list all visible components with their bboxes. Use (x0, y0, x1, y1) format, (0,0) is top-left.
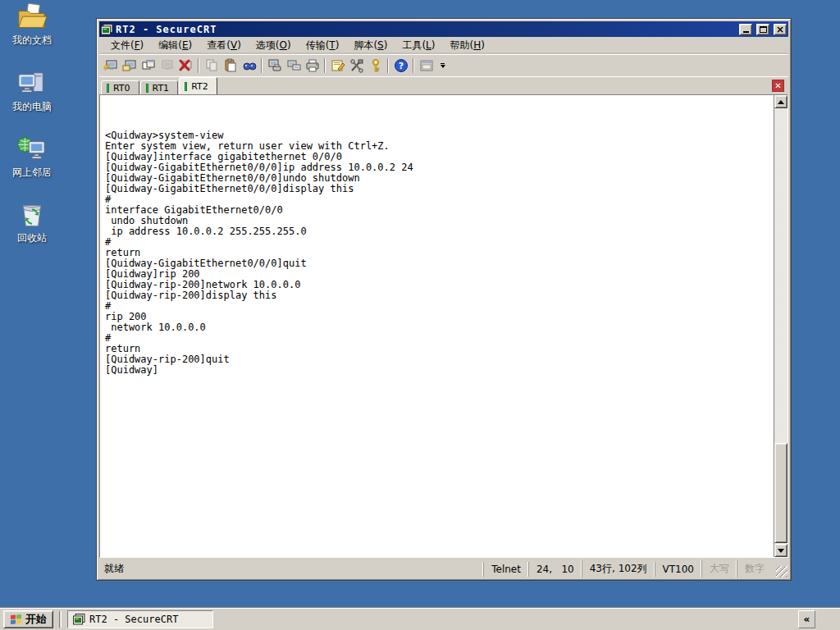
maximize-button[interactable] (756, 24, 769, 35)
taskbar-separator (59, 611, 62, 628)
arrow-down-icon (778, 549, 784, 553)
terminal-output[interactable]: <Quidway>system-viewEnter system view, r… (100, 95, 774, 557)
quick-connect-icon[interactable] (101, 57, 120, 75)
vertical-scrollbar[interactable] (774, 95, 788, 557)
tab-close-button[interactable]: ✕ (772, 80, 784, 92)
paste-icon[interactable] (221, 57, 240, 75)
connect-in-tab-icon[interactable] (139, 57, 158, 75)
start-button[interactable]: 开始 (3, 610, 53, 628)
toolbar-separator (198, 58, 199, 73)
taskbar: 开始 RT2 - SecureCRT « (0, 608, 840, 630)
scrollbar-thumb[interactable] (774, 443, 788, 543)
session-options-icon[interactable] (328, 57, 347, 75)
session-tab[interactable]: RT0 (101, 80, 139, 94)
menu-item[interactable]: 帮助(H) (442, 37, 491, 54)
tab-label: RT2 (191, 81, 208, 92)
session-tab[interactable]: RT1 (140, 80, 179, 94)
chevron-left-icon: « (804, 614, 810, 625)
toolbar-separator (324, 58, 326, 73)
toolbar-overflow-button[interactable] (437, 57, 448, 75)
terminal-line: [Quidway-rip-200]quit (105, 354, 774, 365)
arrow-up-icon (778, 100, 784, 104)
svg-text:?: ? (398, 61, 403, 71)
terminal-line: [Quidway-GigabitEthernet0/0/0]quit (105, 258, 774, 269)
copy-icon[interactable] (202, 57, 221, 75)
terminal-line: [Quidway-GigabitEthernet0/0/0]display th… (105, 184, 774, 194)
find-icon[interactable] (240, 57, 258, 75)
print-setup-icon[interactable] (265, 57, 284, 75)
close-button[interactable]: × (774, 24, 787, 35)
minimize-button[interactable] (739, 24, 752, 35)
terminal-line: [Quidway] (105, 365, 774, 376)
recycle-bin-icon (16, 201, 48, 229)
tab-label: RT1 (153, 83, 170, 94)
toolbar-separator (261, 58, 262, 73)
toolbar-overflow-icon (441, 63, 445, 64)
maximize-icon (760, 26, 767, 33)
resize-grip[interactable] (776, 566, 788, 578)
menu-item[interactable]: 工具(L) (395, 37, 442, 54)
status-panel: Telnet (483, 562, 528, 577)
terminal-line: # (105, 237, 774, 248)
menu-item[interactable]: 文件(F) (103, 37, 151, 54)
scroll-down-button[interactable] (774, 544, 788, 557)
status-bar: 就绪 Telnet 24, 10 43行, 102列 VT100 大写 数字 (99, 558, 788, 578)
terminal-line: # (105, 301, 774, 312)
menu-item[interactable]: 脚本(S) (346, 37, 395, 54)
desktop-icon-my-computer[interactable]: 我的电脑 (5, 70, 59, 114)
print-icon[interactable] (303, 57, 322, 75)
connect-icon[interactable] (120, 57, 139, 75)
desktop-icon-recycle-bin[interactable]: 回收站 (5, 201, 59, 245)
reconnect-icon[interactable] (158, 57, 176, 75)
command-window-icon[interactable] (417, 57, 436, 75)
securecrt-app-icon (101, 24, 113, 35)
terminal-line: network 10.0.0.0 (105, 322, 774, 333)
menu-item[interactable]: 传输(T) (299, 37, 347, 54)
status-panel: 24, 10 (528, 562, 582, 577)
task-button-securecrt[interactable]: RT2 - SecureCRT (67, 610, 213, 628)
status-panel: 数字 (737, 560, 772, 578)
help-icon[interactable]: ? (391, 57, 410, 75)
session-status-icon (185, 82, 187, 91)
title-bar[interactable]: RT2 - SecureCRT × (99, 21, 788, 37)
status-ready: 就绪 (99, 562, 482, 576)
desktop-icon-label: 网上邻居 (5, 166, 59, 180)
session-status-icon (107, 84, 109, 93)
status-panel: 43行, 102列 (582, 560, 655, 578)
menu-item[interactable]: 编辑(E) (151, 37, 199, 54)
scroll-up-button[interactable] (774, 95, 788, 108)
my-documents-icon (16, 3, 48, 31)
desktop: { "desktop": { "icons": [ { "name": "my-… (0, 0, 840, 630)
securecrt-app-icon (73, 614, 85, 625)
close-icon: × (776, 25, 784, 34)
print-preview-icon[interactable] (284, 57, 303, 75)
task-button-label: RT2 - SecureCRT (89, 614, 178, 625)
toolbar: ? (99, 54, 788, 76)
session-status-icon (146, 84, 148, 93)
minimize-icon (743, 31, 749, 33)
status-panel: 大写 (701, 560, 737, 578)
terminal-line: # (105, 333, 774, 344)
my-computer-icon (16, 70, 48, 98)
desktop-icon-network-places[interactable]: 网上邻居 (5, 135, 59, 180)
keymap-icon[interactable] (366, 57, 385, 75)
session-tab[interactable]: RT2 (179, 77, 217, 94)
toolbar-separator (413, 58, 414, 73)
status-panel: VT100 (655, 562, 701, 577)
close-icon: ✕ (774, 82, 781, 90)
window-title: RT2 - SecureCRT (116, 24, 735, 35)
desktop-icon-my-documents[interactable]: 我的文档 (5, 3, 59, 48)
tab-label: RT0 (113, 83, 130, 94)
disconnect-icon[interactable] (176, 57, 195, 75)
terminal-area: <Quidway>system-viewEnter system view, r… (99, 94, 788, 558)
desktop-icon-label: 回收站 (5, 231, 59, 245)
menu-item[interactable]: 查看(V) (199, 37, 249, 54)
start-label: 开始 (25, 612, 47, 627)
terminal-line: interface GigabitEthernet0/0/0 (105, 205, 774, 216)
tray-collapse-button[interactable]: « (798, 610, 815, 628)
toolbar-separator (387, 58, 389, 73)
menu-item[interactable]: 选项(O) (249, 37, 299, 54)
menu-bar: 文件(F) 编辑(E) 查看(V) 选项(O) 传输(T) 脚本(S) 工具(L… (99, 37, 788, 54)
terminal-line: [Quidway-rip-200]display this (105, 290, 774, 301)
global-options-icon[interactable] (347, 57, 366, 75)
